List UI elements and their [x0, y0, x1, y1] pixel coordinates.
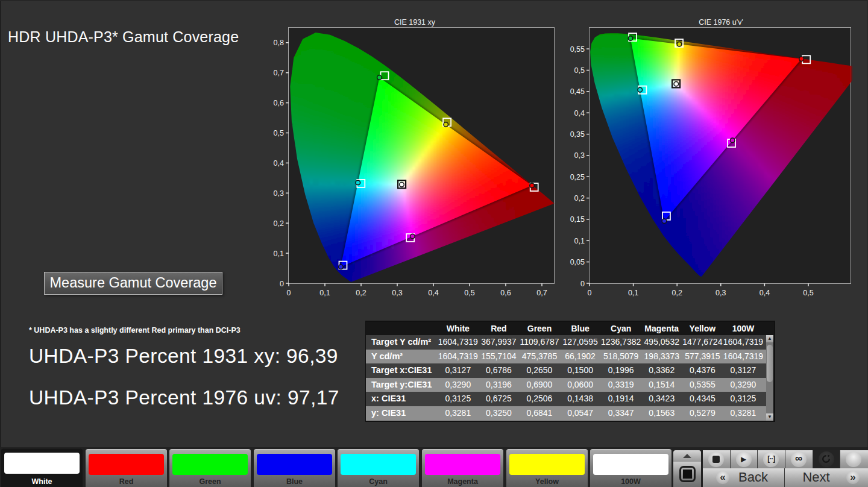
svg-text:0: 0: [287, 289, 291, 297]
svg-text:0,55: 0,55: [570, 45, 585, 54]
svg-text:0,2: 0,2: [672, 289, 682, 297]
svg-text:0,3: 0,3: [574, 151, 585, 160]
svg-text:0,8: 0,8: [274, 39, 284, 47]
svg-text:0,3: 0,3: [715, 289, 726, 297]
svg-text:0,4: 0,4: [574, 109, 585, 118]
svg-text:CIE 1976 u'v': CIE 1976 u'v': [699, 18, 743, 27]
svg-text:0,2: 0,2: [274, 219, 284, 228]
svg-text:0,2: 0,2: [574, 194, 585, 203]
svg-text:0: 0: [580, 280, 585, 288]
svg-text:0,6: 0,6: [500, 289, 511, 297]
svg-text:0,5: 0,5: [274, 129, 284, 137]
svg-text:0,5: 0,5: [574, 66, 585, 75]
svg-text:0,7: 0,7: [536, 289, 547, 297]
svg-text:0,1: 0,1: [628, 289, 638, 297]
svg-text:0,5: 0,5: [464, 289, 474, 297]
svg-text:0,35: 0,35: [570, 130, 585, 139]
svg-text:0,05: 0,05: [570, 258, 585, 266]
svg-text:0,1: 0,1: [574, 237, 585, 245]
svg-text:0,4: 0,4: [760, 289, 770, 297]
svg-text:0,4: 0,4: [428, 289, 438, 297]
svg-text:0,25: 0,25: [570, 173, 585, 181]
svg-text:0: 0: [280, 280, 284, 288]
svg-text:0,1: 0,1: [274, 250, 284, 258]
svg-text:0,2: 0,2: [356, 289, 366, 297]
svg-text:0,45: 0,45: [570, 87, 585, 96]
svg-text:0,15: 0,15: [570, 215, 585, 224]
svg-text:CIE 1931 xy: CIE 1931 xy: [394, 18, 436, 27]
svg-text:0,1: 0,1: [319, 289, 330, 297]
svg-text:0,3: 0,3: [274, 189, 284, 198]
svg-text:0: 0: [588, 289, 592, 297]
svg-text:0,4: 0,4: [274, 159, 284, 168]
svg-text:0,5: 0,5: [803, 289, 813, 297]
svg-text:0,7: 0,7: [274, 69, 284, 77]
svg-text:0,3: 0,3: [392, 289, 402, 297]
svg-text:0,6: 0,6: [274, 99, 284, 107]
